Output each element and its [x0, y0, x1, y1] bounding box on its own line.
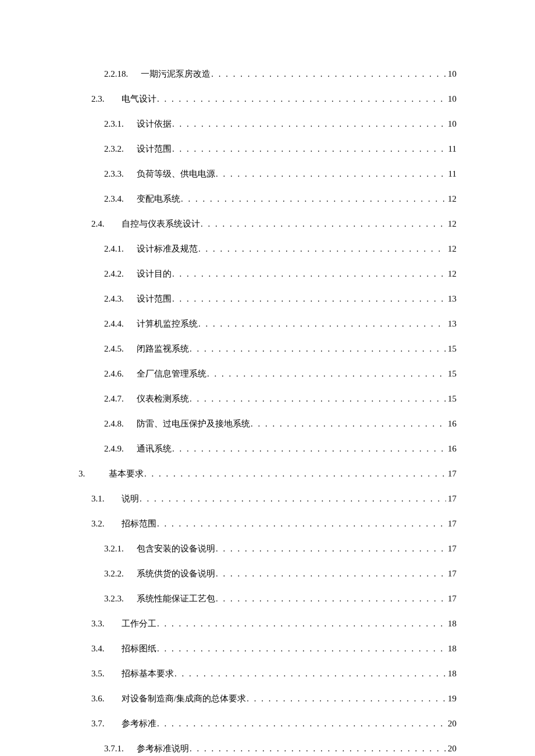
toc-entry-title: 闭路监视系统 — [137, 342, 189, 356]
toc-dots-leader — [172, 117, 446, 131]
toc-entry-number: 3.4. — [91, 642, 111, 655]
toc-dots-leader — [172, 267, 446, 281]
toc-entry-title: 工作分工 — [122, 617, 156, 630]
toc-entry-title: 基本要求 — [109, 467, 144, 481]
toc-entry-page: 17 — [447, 467, 456, 481]
toc-entry: 3.7.1.参考标准说明20 — [79, 741, 456, 755]
toc-dots-leader — [247, 691, 446, 705]
toc-entry-number: 3.3. — [91, 617, 111, 630]
toc-entry-title: 系统供货的设备说明 — [137, 567, 215, 581]
toc-entry-page: 10 — [447, 67, 456, 81]
toc-dots-leader — [216, 567, 446, 581]
toc-entry: 2.3.3.负荷等级、供电电源11 — [79, 167, 456, 181]
toc-entry-title: 防雷、过电压保护及接地系统 — [137, 417, 250, 431]
toc-entry: 2.4.7.仪表检测系统15 — [79, 392, 456, 406]
toc-entry-title: 计算机监控系统 — [137, 317, 198, 331]
toc-entry-title: 全厂信息管理系统 — [137, 367, 206, 381]
toc-entry: 2.2.18.一期污泥泵房改造10 — [79, 67, 456, 81]
toc-dots-leader — [181, 192, 446, 206]
toc-entry-page: 20 — [447, 716, 456, 730]
toc-entry: 2.3.1.设计依据10 — [79, 117, 456, 131]
toc-dots-leader — [172, 292, 446, 306]
toc-entry: 3.2.3.系统性能保证工艺包17 — [79, 592, 456, 605]
toc-dots-leader — [251, 417, 446, 431]
toc-entry-number: 3.2.1. — [104, 542, 124, 556]
toc-entry-number: 3. — [79, 467, 98, 481]
toc-entry: 3.6.对设备制造商/集成商的总体要求19 — [79, 691, 456, 705]
toc-entry: 2.4.自控与仪表系统设计12 — [79, 217, 456, 231]
table-of-contents: 2.2.18.一期污泥泵房改造102.3.电气设计102.3.1.设计依据102… — [79, 67, 456, 756]
toc-dots-leader — [174, 667, 446, 680]
toc-entry-page: 17 — [447, 542, 456, 556]
toc-entry: 3.2.1.包含安装的设备说明17 — [79, 542, 456, 556]
toc-entry: 2.4.9.通讯系统16 — [79, 442, 456, 456]
toc-entry-page: 12 — [447, 192, 456, 206]
toc-entry-page: 10 — [447, 92, 456, 106]
toc-entry-number: 2.4.4. — [104, 317, 124, 331]
toc-dots-leader — [172, 142, 447, 156]
toc-entry-number: 2.4.6. — [104, 367, 124, 381]
toc-entry: 2.3.2.设计范围11 — [79, 142, 456, 156]
toc-entry: 3.基本要求17 — [79, 467, 456, 481]
toc-entry-title: 招标范围 — [122, 517, 156, 531]
toc-entry-title: 设计标准及规范 — [137, 242, 198, 256]
toc-entry-number: 2.2.18. — [104, 67, 128, 81]
toc-dots-leader — [211, 67, 446, 81]
toc-dots-leader — [157, 617, 446, 630]
toc-dots-leader — [201, 217, 446, 231]
toc-dots-leader — [157, 517, 446, 531]
toc-entry-number: 2.3.1. — [104, 117, 124, 131]
toc-dots-leader — [207, 367, 446, 381]
toc-entry-title: 招标图纸 — [122, 642, 156, 655]
toc-entry: 3.2.招标范围17 — [79, 517, 456, 531]
toc-entry: 3.3.工作分工18 — [79, 617, 456, 630]
toc-entry-title: 对设备制造商/集成商的总体要求 — [122, 691, 246, 705]
toc-entry-number: 2.3.2. — [104, 142, 124, 156]
toc-entry: 2.4.1.设计标准及规范12 — [79, 242, 456, 256]
toc-entry-number: 2.4.9. — [104, 442, 124, 456]
toc-entry-number: 3.2.3. — [104, 592, 124, 605]
toc-entry: 3.2.2.系统供货的设备说明17 — [79, 567, 456, 581]
toc-dots-leader — [198, 242, 446, 256]
toc-entry-title: 包含安装的设备说明 — [137, 542, 215, 556]
toc-entry-title: 系统性能保证工艺包 — [137, 592, 215, 605]
toc-entry-page: 16 — [447, 442, 456, 456]
toc-entry: 2.3.电气设计10 — [79, 92, 456, 106]
toc-entry-page: 16 — [447, 417, 456, 431]
toc-entry-title: 变配电系统 — [137, 192, 180, 206]
toc-entry-page: 17 — [447, 492, 456, 506]
toc-entry-page: 13 — [447, 292, 456, 306]
toc-entry-number: 2.4.2. — [104, 267, 124, 281]
toc-entry-page: 17 — [447, 517, 456, 531]
toc-dots-leader — [216, 167, 447, 181]
toc-entry-page: 18 — [447, 667, 456, 680]
toc-entry-number: 3.5. — [91, 667, 111, 680]
toc-entry-title: 设计范围 — [137, 142, 172, 156]
toc-entry-number: 3.7. — [91, 716, 111, 730]
toc-dots-leader — [157, 716, 446, 730]
toc-entry-title: 设计范围 — [137, 292, 172, 306]
toc-dots-leader — [144, 467, 446, 481]
toc-entry-number: 2.4.5. — [104, 342, 124, 356]
toc-entry: 3.5.招标基本要求18 — [79, 667, 456, 680]
toc-entry-title: 一期污泥泵房改造 — [141, 67, 211, 81]
toc-entry-title: 设计目的 — [137, 267, 172, 281]
toc-entry-number: 2.3. — [91, 92, 111, 106]
toc-entry-title: 自控与仪表系统设计 — [122, 217, 200, 231]
toc-entry-number: 3.6. — [91, 691, 111, 705]
toc-entry-title: 参考标准 — [122, 716, 156, 730]
toc-entry-page: 12 — [447, 267, 456, 281]
toc-entry-number: 2.4.7. — [104, 392, 124, 406]
toc-entry-page: 11 — [447, 167, 456, 181]
toc-entry-title: 设计依据 — [137, 117, 172, 131]
toc-entry: 3.1.说明17 — [79, 492, 456, 506]
toc-dots-leader — [190, 392, 446, 406]
toc-entry-page: 12 — [447, 242, 456, 256]
toc-dots-leader — [190, 741, 446, 755]
toc-entry-title: 通讯系统 — [137, 442, 172, 456]
toc-entry-page: 20 — [447, 741, 456, 755]
toc-entry-page: 17 — [447, 592, 456, 605]
toc-entry-page: 18 — [447, 617, 456, 630]
toc-entry-page: 11 — [447, 142, 456, 156]
toc-entry-number: 3.2.2. — [104, 567, 124, 581]
